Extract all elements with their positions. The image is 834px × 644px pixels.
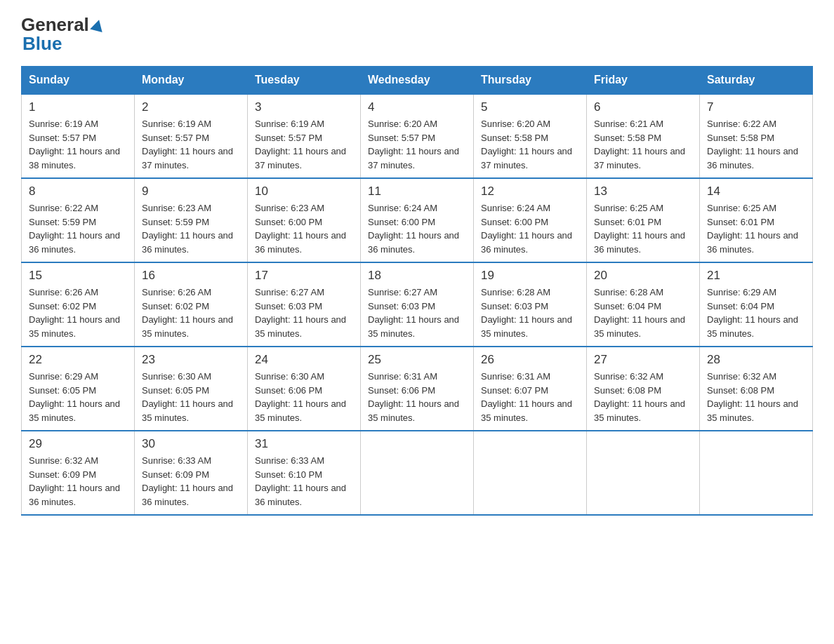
day-info: Sunrise: 6:26 AM Sunset: 6:02 PM Dayligh… — [29, 286, 127, 340]
day-number: 10 — [255, 185, 353, 199]
header-friday: Friday — [587, 67, 700, 95]
day-number: 24 — [255, 353, 353, 367]
logo: General Blue — [21, 14, 106, 55]
calendar-cell — [587, 431, 700, 515]
day-info: Sunrise: 6:19 AM Sunset: 5:57 PM Dayligh… — [255, 117, 353, 172]
header-saturday: Saturday — [700, 67, 813, 95]
day-info: Sunrise: 6:23 AM Sunset: 6:00 PM Dayligh… — [255, 201, 353, 256]
calendar-cell: 31 Sunrise: 6:33 AM Sunset: 6:10 PM Dayl… — [248, 431, 361, 515]
day-number: 12 — [481, 185, 579, 199]
calendar-cell: 30 Sunrise: 6:33 AM Sunset: 6:09 PM Dayl… — [135, 431, 248, 515]
day-number: 19 — [481, 269, 579, 283]
calendar-cell: 19 Sunrise: 6:28 AM Sunset: 6:03 PM Dayl… — [474, 262, 587, 347]
day-number: 5 — [481, 100, 579, 114]
calendar-cell: 4 Sunrise: 6:20 AM Sunset: 5:57 PM Dayli… — [361, 94, 474, 178]
header-thursday: Thursday — [474, 67, 587, 95]
calendar-cell: 12 Sunrise: 6:24 AM Sunset: 6:00 PM Dayl… — [474, 178, 587, 262]
day-info: Sunrise: 6:20 AM Sunset: 5:58 PM Dayligh… — [481, 117, 579, 172]
day-info: Sunrise: 6:28 AM Sunset: 6:03 PM Dayligh… — [481, 286, 579, 340]
page-header: General Blue — [21, 14, 813, 55]
day-number: 18 — [368, 269, 466, 283]
header-sunday: Sunday — [22, 67, 135, 95]
calendar-cell: 10 Sunrise: 6:23 AM Sunset: 6:00 PM Dayl… — [248, 178, 361, 262]
day-info: Sunrise: 6:29 AM Sunset: 6:04 PM Dayligh… — [707, 286, 805, 340]
calendar-table: SundayMondayTuesdayWednesdayThursdayFrid… — [21, 66, 813, 516]
logo-blue-text: Blue — [22, 33, 62, 55]
day-number: 8 — [29, 185, 127, 199]
day-number: 1 — [29, 100, 127, 114]
header-tuesday: Tuesday — [248, 67, 361, 95]
day-info: Sunrise: 6:29 AM Sunset: 6:05 PM Dayligh… — [29, 370, 127, 424]
day-info: Sunrise: 6:33 AM Sunset: 6:10 PM Dayligh… — [255, 454, 353, 509]
calendar-cell: 9 Sunrise: 6:23 AM Sunset: 5:59 PM Dayli… — [135, 178, 248, 262]
day-info: Sunrise: 6:24 AM Sunset: 6:00 PM Dayligh… — [368, 201, 466, 256]
day-number: 27 — [594, 353, 692, 367]
calendar-cell: 13 Sunrise: 6:25 AM Sunset: 6:01 PM Dayl… — [587, 178, 700, 262]
day-info: Sunrise: 6:30 AM Sunset: 6:05 PM Dayligh… — [142, 370, 240, 424]
day-number: 21 — [707, 269, 805, 283]
day-info: Sunrise: 6:27 AM Sunset: 6:03 PM Dayligh… — [255, 286, 353, 340]
calendar-cell: 20 Sunrise: 6:28 AM Sunset: 6:04 PM Dayl… — [587, 262, 700, 347]
calendar-cell: 8 Sunrise: 6:22 AM Sunset: 5:59 PM Dayli… — [22, 178, 135, 262]
calendar-cell — [361, 431, 474, 515]
day-info: Sunrise: 6:23 AM Sunset: 5:59 PM Dayligh… — [142, 201, 240, 256]
calendar-cell: 14 Sunrise: 6:25 AM Sunset: 6:01 PM Dayl… — [700, 178, 813, 262]
day-info: Sunrise: 6:32 AM Sunset: 6:09 PM Dayligh… — [29, 454, 127, 509]
calendar-cell: 17 Sunrise: 6:27 AM Sunset: 6:03 PM Dayl… — [248, 262, 361, 347]
day-info: Sunrise: 6:22 AM Sunset: 5:58 PM Dayligh… — [707, 117, 805, 172]
day-info: Sunrise: 6:30 AM Sunset: 6:06 PM Dayligh… — [255, 370, 353, 424]
day-number: 11 — [368, 185, 466, 199]
day-number: 23 — [142, 353, 240, 367]
day-info: Sunrise: 6:19 AM Sunset: 5:57 PM Dayligh… — [142, 117, 240, 172]
calendar-cell: 11 Sunrise: 6:24 AM Sunset: 6:00 PM Dayl… — [361, 178, 474, 262]
calendar-cell: 21 Sunrise: 6:29 AM Sunset: 6:04 PM Dayl… — [700, 262, 813, 347]
day-info: Sunrise: 6:27 AM Sunset: 6:03 PM Dayligh… — [368, 286, 466, 340]
day-number: 25 — [368, 353, 466, 367]
calendar-cell: 15 Sunrise: 6:26 AM Sunset: 6:02 PM Dayl… — [22, 262, 135, 347]
day-info: Sunrise: 6:26 AM Sunset: 6:02 PM Dayligh… — [142, 286, 240, 340]
calendar-cell: 27 Sunrise: 6:32 AM Sunset: 6:08 PM Dayl… — [587, 347, 700, 431]
day-info: Sunrise: 6:28 AM Sunset: 6:04 PM Dayligh… — [594, 286, 692, 340]
day-info: Sunrise: 6:32 AM Sunset: 6:08 PM Dayligh… — [594, 370, 692, 424]
calendar-cell — [700, 431, 813, 515]
calendar-cell: 29 Sunrise: 6:32 AM Sunset: 6:09 PM Dayl… — [22, 431, 135, 515]
calendar-cell — [474, 431, 587, 515]
day-info: Sunrise: 6:25 AM Sunset: 6:01 PM Dayligh… — [707, 201, 805, 256]
day-number: 26 — [481, 353, 579, 367]
calendar-cell: 26 Sunrise: 6:31 AM Sunset: 6:07 PM Dayl… — [474, 347, 587, 431]
calendar-cell: 2 Sunrise: 6:19 AM Sunset: 5:57 PM Dayli… — [135, 94, 248, 178]
calendar-cell: 6 Sunrise: 6:21 AM Sunset: 5:58 PM Dayli… — [587, 94, 700, 178]
calendar-cell: 16 Sunrise: 6:26 AM Sunset: 6:02 PM Dayl… — [135, 262, 248, 347]
logo-triangle-icon — [90, 18, 105, 32]
calendar-cell: 22 Sunrise: 6:29 AM Sunset: 6:05 PM Dayl… — [22, 347, 135, 431]
day-number: 2 — [142, 100, 240, 114]
day-info: Sunrise: 6:25 AM Sunset: 6:01 PM Dayligh… — [594, 201, 692, 256]
day-number: 28 — [707, 353, 805, 367]
day-number: 9 — [142, 185, 240, 199]
day-number: 4 — [368, 100, 466, 114]
day-number: 29 — [29, 437, 127, 451]
day-info: Sunrise: 6:33 AM Sunset: 6:09 PM Dayligh… — [142, 454, 240, 509]
day-number: 3 — [255, 100, 353, 114]
day-number: 16 — [142, 269, 240, 283]
day-number: 13 — [594, 185, 692, 199]
day-number: 6 — [594, 100, 692, 114]
day-number: 7 — [707, 100, 805, 114]
calendar-cell: 7 Sunrise: 6:22 AM Sunset: 5:58 PM Dayli… — [700, 94, 813, 178]
calendar-cell: 25 Sunrise: 6:31 AM Sunset: 6:06 PM Dayl… — [361, 347, 474, 431]
calendar-cell: 18 Sunrise: 6:27 AM Sunset: 6:03 PM Dayl… — [361, 262, 474, 347]
day-number: 15 — [29, 269, 127, 283]
day-info: Sunrise: 6:20 AM Sunset: 5:57 PM Dayligh… — [368, 117, 466, 172]
calendar-cell: 3 Sunrise: 6:19 AM Sunset: 5:57 PM Dayli… — [248, 94, 361, 178]
header-wednesday: Wednesday — [361, 67, 474, 95]
day-info: Sunrise: 6:21 AM Sunset: 5:58 PM Dayligh… — [594, 117, 692, 172]
day-number: 30 — [142, 437, 240, 451]
calendar-cell: 28 Sunrise: 6:32 AM Sunset: 6:08 PM Dayl… — [700, 347, 813, 431]
day-number: 20 — [594, 269, 692, 283]
calendar-cell: 1 Sunrise: 6:19 AM Sunset: 5:57 PM Dayli… — [22, 94, 135, 178]
day-info: Sunrise: 6:19 AM Sunset: 5:57 PM Dayligh… — [29, 117, 127, 172]
calendar-cell: 23 Sunrise: 6:30 AM Sunset: 6:05 PM Dayl… — [135, 347, 248, 431]
day-info: Sunrise: 6:22 AM Sunset: 5:59 PM Dayligh… — [29, 201, 127, 256]
calendar-cell: 5 Sunrise: 6:20 AM Sunset: 5:58 PM Dayli… — [474, 94, 587, 178]
day-info: Sunrise: 6:31 AM Sunset: 6:06 PM Dayligh… — [368, 370, 466, 424]
